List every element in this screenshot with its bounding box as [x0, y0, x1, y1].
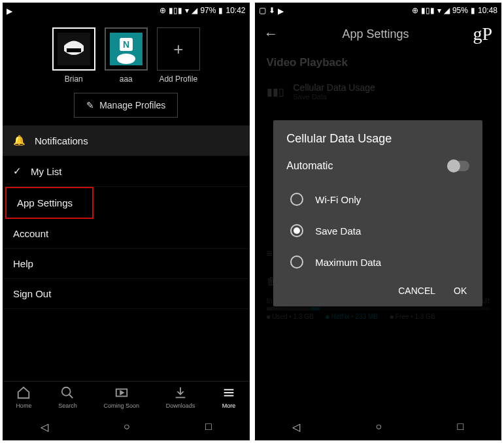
menu-icon: [222, 386, 236, 400]
dialog-title: Cellular Data Usage: [286, 132, 469, 146]
search-icon: [60, 386, 75, 400]
menu-label: Help: [13, 258, 33, 269]
dialog-overlay: Cellular Data Usage Automatic Wi-Fi Only…: [255, 3, 502, 440]
menu-label: Notifications: [35, 135, 88, 146]
menu-app-settings[interactable]: App Settings: [5, 187, 93, 219]
radio-button[interactable]: [290, 224, 303, 237]
nav-label: Home: [16, 402, 31, 409]
home-button[interactable]: ○: [124, 421, 130, 433]
battery-percent: 97%: [200, 6, 216, 15]
recent-button[interactable]: □: [205, 421, 212, 433]
status-bar: ▶ ⊕ ▮▯▮ ▾ ◢ 97% ▮ 10:42: [3, 3, 250, 18]
avatar: [52, 27, 95, 71]
menu-label: My List: [31, 166, 62, 177]
radio-wifi-only[interactable]: Wi-Fi Only: [286, 184, 469, 215]
svg-rect-1: [67, 48, 81, 52]
profiles-row: Brian N aaa + Add Profile: [3, 18, 250, 89]
wifi-icon: ▾: [185, 6, 189, 15]
svg-point-6: [62, 387, 71, 396]
svg-text:N: N: [123, 39, 129, 50]
cancel-button[interactable]: CANCEL: [398, 286, 435, 296]
nav-coming-soon[interactable]: Coming Soon: [103, 386, 139, 409]
add-avatar: +: [157, 27, 200, 71]
radio-label: Save Data: [315, 225, 361, 237]
phone-left: ▶ ⊕ ▮▯▮ ▾ ◢ 97% ▮ 10:42 Brian: [3, 3, 250, 440]
vibrate-icon: ▮▯▮: [169, 6, 182, 15]
avatar-image: [58, 33, 90, 65]
profile-name: aaa: [120, 74, 133, 84]
bell-icon: 🔔: [13, 135, 25, 146]
menu-sign-out[interactable]: Sign Out: [3, 279, 250, 309]
phone-right: ▢ ⬇ ▶ ⊕ ▮▯▮ ▾ ◢ 95% ▮ 10:48 ← App Settin…: [255, 3, 502, 440]
radio-label: Maximum Data: [315, 257, 381, 268]
profile-name: Brian: [65, 74, 83, 84]
pencil-icon: ✎: [86, 100, 94, 110]
plus-icon: +: [173, 39, 183, 59]
radio-label: Wi-Fi Only: [315, 194, 361, 205]
menu-notifications[interactable]: 🔔 Notifications: [3, 125, 250, 156]
nav-label: More: [222, 402, 236, 409]
profile-aaa[interactable]: N aaa: [105, 27, 148, 84]
svg-point-5: [117, 54, 135, 64]
ok-button[interactable]: OK: [454, 286, 467, 296]
manage-profiles-button[interactable]: ✎ Manage Profiles: [74, 93, 178, 118]
nav-downloads[interactable]: Downloads: [166, 386, 195, 409]
nav-home[interactable]: Home: [16, 386, 31, 409]
clock: 10:42: [226, 6, 245, 15]
avatar-image: N: [110, 33, 143, 65]
download-icon: [173, 386, 188, 400]
profile-name: Add Profile: [159, 74, 197, 84]
toggle-switch[interactable]: [447, 161, 469, 171]
menu-my-list[interactable]: ✓ My List: [3, 156, 250, 187]
radio-maximum-data[interactable]: Maximum Data: [286, 246, 469, 278]
bottom-nav: Home Search Coming Soon Downloads More: [3, 381, 250, 413]
nav-label: Search: [58, 402, 77, 409]
play-icon: [114, 386, 129, 400]
dnd-icon: ⊕: [160, 6, 166, 15]
back-button[interactable]: ◁: [41, 421, 48, 433]
menu-account[interactable]: Account: [3, 219, 250, 249]
radio-button[interactable]: [290, 193, 303, 206]
avatar: N: [105, 27, 148, 71]
dialog-actions: CANCEL OK: [286, 278, 469, 300]
manage-label: Manage Profiles: [99, 100, 165, 110]
automatic-toggle-row[interactable]: Automatic: [286, 155, 469, 177]
svg-line-7: [69, 395, 73, 399]
radio-button[interactable]: [290, 255, 303, 269]
signal-icon: ◢: [192, 6, 197, 15]
add-profile[interactable]: + Add Profile: [157, 27, 200, 84]
nav-more[interactable]: More: [222, 386, 236, 409]
nav-label: Downloads: [166, 402, 195, 409]
battery-icon: ▮: [218, 6, 223, 15]
menu-label: Account: [13, 228, 48, 239]
check-icon: ✓: [13, 165, 22, 177]
home-icon: [16, 386, 31, 400]
menu-label: Sign Out: [13, 288, 51, 299]
menu-label: App Settings: [17, 197, 73, 208]
nav-label: Coming Soon: [103, 402, 139, 409]
nav-search[interactable]: Search: [58, 386, 77, 409]
profile-brian[interactable]: Brian: [52, 27, 95, 84]
menu-list: 🔔 Notifications ✓ My List App Settings A…: [3, 125, 250, 309]
app-icon: ▶: [7, 7, 12, 16]
radio-save-data[interactable]: Save Data: [286, 215, 469, 246]
menu-help[interactable]: Help: [3, 249, 250, 279]
automatic-label: Automatic: [286, 160, 333, 172]
system-nav: ◁ ○ □: [3, 413, 250, 440]
cellular-dialog: Cellular Data Usage Automatic Wi-Fi Only…: [273, 120, 482, 306]
